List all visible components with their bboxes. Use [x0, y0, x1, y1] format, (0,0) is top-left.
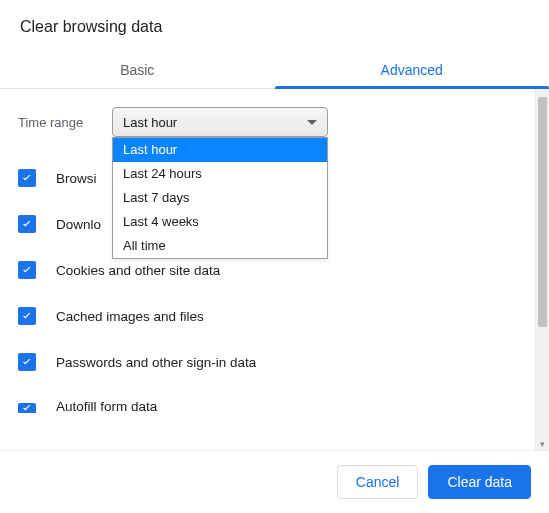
item-label: Downlo	[56, 217, 101, 232]
time-range-select[interactable]: Last hour	[112, 107, 328, 137]
clear-data-button[interactable]: Clear data	[428, 465, 531, 499]
checkbox-browsing-history[interactable]	[18, 169, 36, 187]
check-icon	[20, 171, 34, 185]
checkbox-cached-images[interactable]	[18, 307, 36, 325]
dropdown-option-last-24-hours[interactable]: Last 24 hours	[113, 162, 327, 186]
dropdown-option-last-hour[interactable]: Last hour	[113, 138, 327, 162]
tab-basic[interactable]: Basic	[0, 50, 275, 88]
item-label: Cookies and other site data	[56, 263, 220, 278]
dropdown-option-last-7-days[interactable]: Last 7 days	[113, 186, 327, 210]
item-label: Cached images and files	[56, 309, 204, 324]
tabs: Basic Advanced	[0, 50, 549, 89]
list-item: Cached images and files	[18, 293, 517, 339]
check-icon	[20, 309, 34, 323]
chevron-down-icon	[307, 120, 317, 125]
check-icon	[20, 217, 34, 231]
check-icon	[20, 403, 34, 413]
scroll-down-icon[interactable]: ▾	[536, 437, 549, 451]
check-icon	[20, 355, 34, 369]
checkbox-autofill[interactable]	[18, 403, 36, 413]
time-range-dropdown: Last hour Last 24 hours Last 7 days Last…	[112, 137, 328, 259]
dialog-footer: Cancel Clear data	[0, 450, 549, 513]
time-range-selected-value: Last hour	[123, 115, 177, 130]
list-item: Autofill form data	[18, 385, 517, 428]
time-range-label: Time range	[18, 115, 92, 130]
time-range-row: Time range Last hour Last hour Last 24 h…	[18, 107, 517, 137]
item-label: Autofill form data	[56, 399, 157, 414]
content-scroll: Time range Last hour Last hour Last 24 h…	[0, 89, 535, 451]
checkbox-cookies[interactable]	[18, 261, 36, 279]
dialog-title: Clear browsing data	[0, 0, 549, 50]
content-area: Time range Last hour Last hour Last 24 h…	[0, 89, 549, 451]
item-label: Browsi	[56, 171, 97, 186]
checkbox-passwords[interactable]	[18, 353, 36, 371]
scrollbar[interactable]: ▾	[535, 89, 549, 451]
check-icon	[20, 263, 34, 277]
dropdown-option-all-time[interactable]: All time	[113, 234, 327, 258]
dropdown-option-last-4-weeks[interactable]: Last 4 weeks	[113, 210, 327, 234]
cancel-button[interactable]: Cancel	[337, 465, 419, 499]
tab-advanced[interactable]: Advanced	[275, 50, 550, 88]
list-item: Passwords and other sign-in data	[18, 339, 517, 385]
item-label: Passwords and other sign-in data	[56, 355, 256, 370]
checkbox-download-history[interactable]	[18, 215, 36, 233]
scrollbar-thumb[interactable]	[538, 97, 547, 327]
